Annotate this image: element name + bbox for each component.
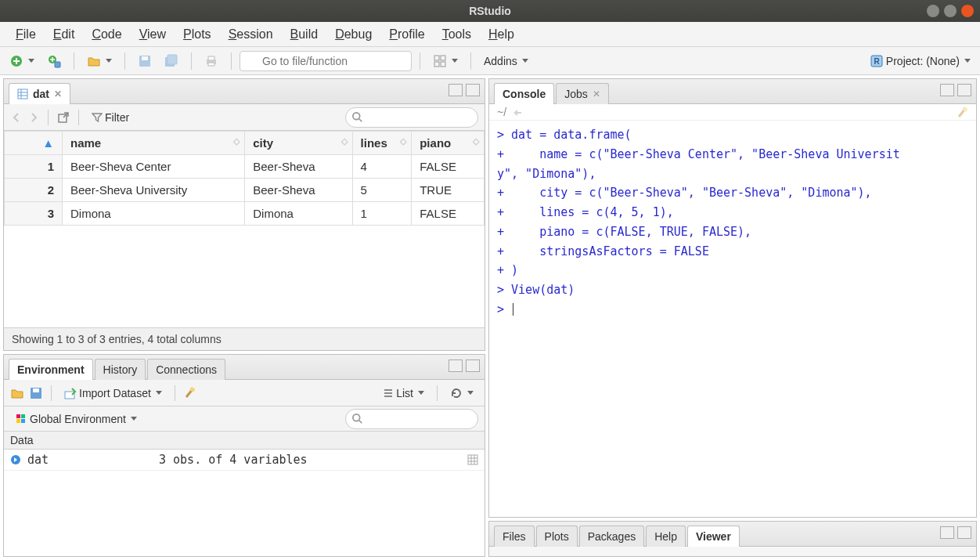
col-header-name[interactable]: name◇ [63,132,245,155]
save-workspace-icon[interactable] [29,386,43,400]
filter-button[interactable]: Filter [87,109,134,126]
project-cube-icon: R [870,54,884,68]
tab-connections[interactable]: Connections [147,359,225,380]
maximize-pane-button[interactable] [466,84,480,96]
table-row[interactable]: 2 Beer-Sheva University Beer-Sheva 5 TRU… [5,179,485,202]
svg-rect-16 [18,89,27,99]
env-obj-desc: 3 obs. of 4 variables [159,453,461,467]
menu-code[interactable]: Code [84,24,129,45]
col-header-piano[interactable]: piano◇ [412,132,485,155]
menu-edit[interactable]: Edit [45,24,83,45]
import-icon [64,387,77,399]
open-file-button[interactable] [82,52,117,70]
data-table: ▲ name◇ city◇ lines◇ piano◇ 1 Beer-Sheva… [4,131,485,226]
menubar: File Edit Code View Plots Session Build … [0,22,980,47]
maximize-pane-button[interactable] [957,526,971,539]
window-minimize-icon[interactable] [927,5,939,17]
new-file-button[interactable] [5,52,39,70]
tab-plots[interactable]: Plots [536,526,578,547]
cell-lines: 1 [352,202,412,226]
menu-view[interactable]: View [132,24,174,45]
menu-session[interactable]: Session [221,24,281,45]
tab-jobs[interactable]: Jobs ✕ [556,83,609,104]
view-mode-button[interactable]: List [378,385,429,402]
new-project-button[interactable] [42,52,66,70]
load-workspace-icon[interactable] [10,386,24,400]
save-all-button[interactable] [160,52,183,70]
minimize-pane-button[interactable] [940,84,954,96]
refresh-button[interactable] [445,385,478,402]
clear-console-icon[interactable] [956,106,968,118]
rownum-header[interactable]: ▲ [5,132,63,155]
plus-circle-icon [9,54,23,68]
globe-icon [15,413,27,425]
table-row[interactable]: 1 Beer-Sheva Center Beer-Sheva 4 FALSE [5,155,485,179]
console-body[interactable]: > dat = data.frame( + name = c("Beer-She… [489,121,976,517]
tab-history[interactable]: History [95,359,146,380]
minimize-pane-button[interactable] [449,359,463,372]
scope-selector[interactable]: Global Environment [10,410,142,428]
addins-label: Addins [484,55,517,67]
popout-icon[interactable] [56,110,70,125]
menu-file[interactable]: File [8,24,44,45]
svg-rect-13 [441,62,445,67]
project-menu[interactable]: R Project: (None) [865,52,975,70]
cell-piano: FALSE [412,202,485,226]
tab-console[interactable]: Console [494,83,554,104]
print-button[interactable] [200,52,223,70]
popout-console-icon[interactable] [511,107,522,117]
clear-workspace-icon[interactable] [183,386,197,400]
source-pane: dat ✕ Filter [3,78,485,351]
menu-help[interactable]: Help [481,24,522,45]
col-header-city[interactable]: city◇ [245,132,352,155]
maximize-pane-button[interactable] [466,359,480,372]
svg-rect-12 [434,62,439,67]
tab-environment[interactable]: Environment [9,359,93,380]
menu-tools[interactable]: Tools [434,24,479,45]
table-row[interactable]: 3 Dimona Dimona 1 FALSE [5,202,485,226]
back-arrow-icon[interactable] [10,111,23,124]
save-button[interactable] [133,52,157,70]
cell-name: Dimona [63,202,245,226]
svg-text:R: R [874,57,880,66]
folder-open-icon [87,54,101,68]
source-tab-dat[interactable]: dat ✕ [9,83,70,104]
window-maximize-icon[interactable] [944,5,957,17]
menu-plots[interactable]: Plots [175,24,219,45]
addins-button[interactable]: Addins [479,52,533,70]
goto-file-input[interactable] [240,51,412,71]
env-body: Data dat 3 obs. of 4 variables [4,432,485,556]
env-obj-name: dat [27,453,153,467]
tab-packages[interactable]: Packages [579,526,644,547]
filter-label: Filter [105,111,129,124]
forward-arrow-icon[interactable] [27,111,40,124]
console-path: ~/ [497,106,506,118]
minimize-pane-button[interactable] [940,526,954,539]
table-icon [17,89,28,99]
data-search-input[interactable] [345,107,478,128]
environment-pane: Environment History Connections Import D… [3,354,485,557]
tab-help[interactable]: Help [646,526,686,547]
env-search-input[interactable] [345,409,478,429]
save-all-icon [164,54,178,68]
menu-build[interactable]: Build [283,24,326,45]
col-header-lines[interactable]: lines◇ [352,132,412,155]
scope-label: Global Environment [30,413,126,425]
grid-view-button[interactable] [428,52,463,70]
viewer-pane: Files Plots Packages Help Viewer [488,521,977,557]
window-close-icon[interactable] [961,5,974,17]
tab-viewer[interactable]: Viewer [687,526,740,547]
source-tabs: dat ✕ [4,79,485,104]
expand-icon[interactable] [10,454,21,465]
close-tab-icon[interactable]: ✕ [54,89,62,99]
minimize-pane-button[interactable] [449,84,463,96]
tab-files[interactable]: Files [494,526,535,547]
close-jobs-icon[interactable]: ✕ [593,89,600,99]
cell-city: Beer-Sheva [245,155,352,179]
env-row-dat[interactable]: dat 3 obs. of 4 variables [4,450,485,471]
menu-debug[interactable]: Debug [327,24,380,45]
view-table-icon[interactable] [467,454,478,465]
import-dataset-button[interactable]: Import Dataset [59,385,167,402]
menu-profile[interactable]: Profile [381,24,432,45]
maximize-pane-button[interactable] [957,84,971,96]
